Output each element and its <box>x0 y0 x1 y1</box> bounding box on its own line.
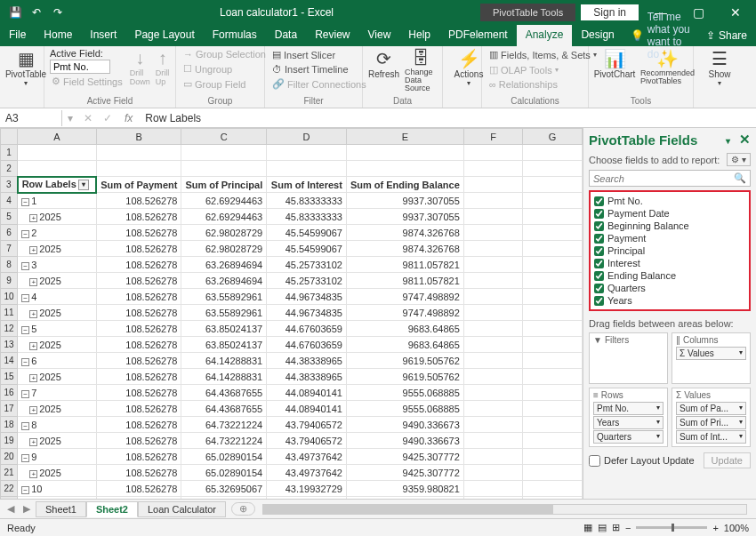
area-field-pill[interactable]: Years▾ <box>593 416 664 429</box>
cell[interactable]: 9747.498892 <box>346 305 463 321</box>
expand-collapse-icon[interactable]: − <box>21 262 29 270</box>
row-header[interactable]: 17 <box>1 401 18 417</box>
cell[interactable]: 44.67603659 <box>267 321 347 337</box>
cell[interactable]: 9359.980821 <box>346 497 463 500</box>
field-checkbox[interactable] <box>594 259 604 268</box>
tab-home[interactable]: Home <box>35 25 81 46</box>
cell[interactable]: 9683.64865 <box>346 321 463 337</box>
row-header[interactable]: 6 <box>1 225 18 241</box>
zoom-out-icon[interactable]: − <box>625 523 631 533</box>
zoom-in-icon[interactable]: + <box>712 523 718 533</box>
cell[interactable]: 108.526278 <box>96 337 181 353</box>
cell[interactable]: Sum of Principal <box>181 177 267 193</box>
cell[interactable]: 108.526278 <box>96 353 181 369</box>
refresh-button[interactable]: ⟳Refresh <box>368 48 399 79</box>
row-header[interactable]: 3 <box>1 177 18 193</box>
cell[interactable]: −1 <box>18 193 97 209</box>
normal-view-icon[interactable]: ▦ <box>583 522 592 533</box>
row-header[interactable]: 14 <box>1 353 18 369</box>
cell[interactable]: Row Labels▾ <box>18 177 97 193</box>
cell[interactable]: 108.526278 <box>96 209 181 225</box>
filter-dropdown-icon[interactable]: ▾ <box>78 180 89 190</box>
fx-icon[interactable]: fx <box>117 112 140 124</box>
row-header[interactable]: 11 <box>1 305 18 321</box>
field-checkbox[interactable] <box>594 196 604 206</box>
tab-formulas[interactable]: Formulas <box>204 25 266 46</box>
cell[interactable]: −7 <box>18 385 97 401</box>
undo-icon[interactable]: ↶ <box>30 6 43 19</box>
cell[interactable]: 63.55892961 <box>181 305 267 321</box>
sheet-nav-prev-icon[interactable]: ◀ <box>4 503 18 515</box>
pivotchart-button[interactable]: 📊PivotChart <box>594 48 635 79</box>
column-header[interactable]: E <box>346 129 463 145</box>
cell[interactable]: 108.526278 <box>96 465 181 481</box>
row-header[interactable]: 23 <box>1 497 18 500</box>
expand-collapse-icon[interactable]: − <box>21 454 29 462</box>
cell[interactable]: 44.67603659 <box>267 337 347 353</box>
cell[interactable]: −5 <box>18 321 97 337</box>
row-header[interactable]: 4 <box>1 193 18 209</box>
area-field-pill[interactable]: Sum of Int...▾ <box>676 430 746 444</box>
cell[interactable]: +2025 <box>18 209 97 225</box>
formula-input[interactable]: Row Labels <box>140 110 756 126</box>
cell[interactable]: +2025 <box>18 433 97 449</box>
pivottable-button[interactable]: ▦ PivotTable ▾ <box>5 48 46 87</box>
expand-collapse-icon[interactable]: − <box>21 294 29 302</box>
expand-collapse-icon[interactable]: − <box>21 358 29 366</box>
cell[interactable]: 108.526278 <box>96 401 181 417</box>
tab-file[interactable]: File <box>0 25 35 46</box>
cell[interactable]: 43.19932729 <box>267 481 347 497</box>
rows-area[interactable]: ≡Rows Pmt No.▾Years▾Quarters▾ <box>589 388 668 447</box>
row-header[interactable]: 8 <box>1 257 18 273</box>
cell[interactable]: 45.83333333 <box>267 193 347 209</box>
cell[interactable]: 63.85024137 <box>181 337 267 353</box>
cell[interactable]: 108.526278 <box>96 417 181 433</box>
expand-collapse-icon[interactable]: + <box>29 470 37 478</box>
cell[interactable]: 9490.336673 <box>346 433 463 449</box>
cell[interactable]: 43.79406572 <box>267 433 347 449</box>
field-item[interactable]: Years <box>594 294 745 307</box>
cell[interactable]: 108.526278 <box>96 193 181 209</box>
insert-timeline-button[interactable]: ⏱Insert Timeline <box>270 63 368 76</box>
cell[interactable]: 9359.980821 <box>346 481 463 497</box>
area-field-pill[interactable]: Quarters▾ <box>593 430 664 444</box>
expand-collapse-icon[interactable]: + <box>29 310 37 318</box>
sheet-tab[interactable]: Sheet2 <box>86 501 138 517</box>
cell[interactable]: 64.73221224 <box>181 417 267 433</box>
column-header[interactable]: B <box>96 129 181 145</box>
expand-collapse-icon[interactable]: − <box>21 326 29 334</box>
cell[interactable]: −8 <box>18 417 97 433</box>
cell[interactable]: +2025 <box>18 369 97 385</box>
namebox-dropdown-icon[interactable]: ▾ <box>62 112 78 124</box>
cell[interactable]: 64.43687655 <box>181 401 267 417</box>
row-header[interactable]: 16 <box>1 385 18 401</box>
cell[interactable]: 9747.498892 <box>346 289 463 305</box>
relationships-button[interactable]: ∞Relationships <box>487 78 599 91</box>
column-header[interactable]: C <box>181 129 267 145</box>
cell[interactable]: −4 <box>18 289 97 305</box>
cell[interactable]: 62.69294463 <box>181 209 267 225</box>
cell[interactable]: 62.98028729 <box>181 241 267 257</box>
cell[interactable]: 65.02890154 <box>181 449 267 465</box>
cell[interactable]: 45.25733102 <box>267 257 347 273</box>
row-header[interactable]: 2 <box>1 161 18 177</box>
cell[interactable]: 9619.505762 <box>346 353 463 369</box>
row-header[interactable]: 10 <box>1 289 18 305</box>
cell[interactable]: 9937.307055 <box>346 193 463 209</box>
field-checkbox[interactable] <box>594 296 604 306</box>
cell[interactable]: 9425.307772 <box>346 465 463 481</box>
tab-pdfelement[interactable]: PDFelement <box>439 25 517 46</box>
expand-collapse-icon[interactable]: − <box>21 198 29 206</box>
cell[interactable]: 9874.326768 <box>346 241 463 257</box>
field-checkbox[interactable] <box>594 246 604 256</box>
cell[interactable]: 63.85024137 <box>181 321 267 337</box>
expand-collapse-icon[interactable]: − <box>21 390 29 398</box>
insert-slicer-button[interactable]: ▤Insert Slicer <box>270 48 368 61</box>
group-field-button[interactable]: ▭Group Field <box>181 77 268 91</box>
cell[interactable]: 65.32695067 <box>181 481 267 497</box>
cell[interactable]: 108.526278 <box>96 241 181 257</box>
save-icon[interactable]: 💾 <box>9 6 21 19</box>
cell[interactable]: 63.26894694 <box>181 273 267 289</box>
column-header[interactable]: A <box>18 129 97 145</box>
cell[interactable]: 64.73221224 <box>181 433 267 449</box>
